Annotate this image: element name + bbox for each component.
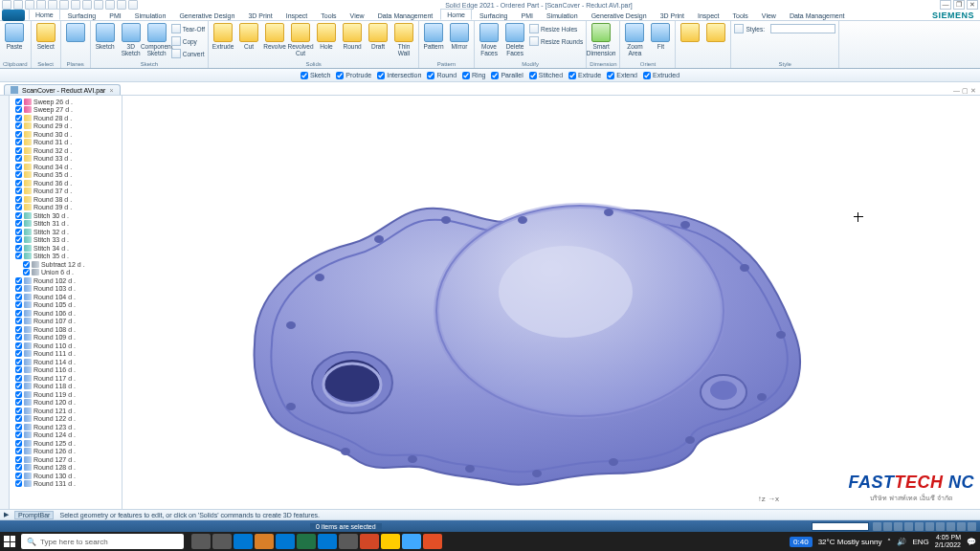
ribbon-tab[interactable]: 3D Print [655, 11, 690, 20]
taskbar-app[interactable] [191, 534, 211, 549]
tree-item[interactable]: Round 122 d . [10, 415, 122, 424]
tree-item-checkbox[interactable] [15, 131, 22, 138]
tree-item-checkbox[interactable] [15, 301, 22, 308]
tray-language[interactable]: ENG [912, 538, 928, 546]
ribbon-tab[interactable]: View [756, 11, 782, 20]
ribbon-tab[interactable]: Home [29, 9, 60, 20]
tree-item-checkbox[interactable] [15, 473, 22, 479]
tree-item[interactable]: Round 105 d . [10, 301, 122, 310]
tree-item[interactable]: Round 32 d . [10, 146, 122, 155]
ribbon-button[interactable] [64, 23, 87, 43]
ribbon-tab[interactable]: Tools [727, 11, 754, 20]
tree-item[interactable]: Subtract 12 d . [10, 260, 122, 269]
status-icon[interactable] [915, 522, 924, 531]
notification-center-icon[interactable]: 💬 [967, 538, 976, 546]
tree-item[interactable]: Round 29 d . [10, 122, 122, 131]
tree-item[interactable]: Round 121 d . [10, 407, 122, 415]
tree-item-checkbox[interactable] [15, 155, 22, 162]
ribbon-button[interactable]: Select [34, 23, 57, 50]
status-icon[interactable] [925, 522, 934, 531]
ribbon-button[interactable]: Delete Faces [503, 23, 526, 56]
status-icon[interactable] [904, 522, 913, 531]
tree-item-checkbox[interactable] [15, 122, 22, 129]
tree-item[interactable]: Round 30 d . [10, 130, 122, 139]
viewport[interactable]: ↑z →x FASTTECH NC บริษัท ฟาสท์เทค เอ็นซี… [122, 96, 980, 509]
ribbon-tab[interactable]: Inspect [692, 11, 725, 20]
taskbar-search[interactable]: 🔍 Type here to search [21, 534, 184, 549]
ribbon-tab[interactable]: Tools [315, 11, 342, 20]
ribbon-button[interactable]: Revolve [263, 23, 286, 56]
qat-btn[interactable] [94, 0, 103, 10]
ribbon-tab[interactable]: Generative Design [586, 11, 653, 20]
filter-option[interactable]: Sketch [301, 72, 330, 79]
qat-btn[interactable] [71, 0, 80, 10]
ribbon-small-button[interactable]: Resize Rounds [529, 35, 583, 47]
ribbon-button[interactable]: Mirror [448, 23, 471, 50]
ribbon-small-button[interactable]: Copy [171, 35, 205, 47]
ribbon-small-button[interactable]: Convert [171, 48, 205, 59]
tree-item[interactable]: Round 125 d . [10, 439, 122, 448]
tree-item[interactable]: Round 37 d . [10, 187, 122, 196]
taskbar-app[interactable] [212, 534, 232, 549]
tree-item-checkbox[interactable] [15, 139, 22, 145]
tree-item[interactable]: Stitch 30 d . [10, 211, 122, 220]
filter-checkbox[interactable] [462, 72, 470, 79]
ribbon-button[interactable]: Zoom Area [623, 23, 646, 56]
tree-item[interactable]: Round 34 d . [10, 163, 122, 171]
filter-option[interactable]: Protrude [336, 72, 371, 79]
tree-item[interactable]: Round 123 d . [10, 423, 122, 431]
tree-item[interactable]: Round 28 d . [10, 114, 122, 122]
tree-item-checkbox[interactable] [15, 350, 22, 357]
ribbon-tab[interactable]: View [345, 11, 370, 20]
taskbar-app[interactable] [318, 534, 337, 549]
styles-combo[interactable] [770, 24, 835, 33]
tree-item-checkbox[interactable] [15, 204, 22, 210]
feature-tree[interactable]: Sweep 26 d . Sweep 27 d . Round 28 d . R… [10, 96, 122, 509]
maximize-button[interactable]: ❐ [953, 0, 965, 10]
ribbon-button[interactable]: 3D Sketch [120, 23, 143, 59]
status-icon[interactable] [957, 522, 966, 531]
filter-checkbox[interactable] [336, 72, 344, 79]
tree-item-checkbox[interactable] [15, 334, 22, 341]
tree-item-checkbox[interactable] [15, 220, 22, 227]
tree-item[interactable]: Round 33 d . [10, 155, 122, 164]
tree-item[interactable]: Round 127 d . [10, 455, 122, 464]
filter-checkbox[interactable] [529, 72, 537, 79]
ribbon-tab[interactable]: Generative Design [173, 11, 240, 20]
tree-item[interactable]: Round 108 d . [10, 325, 122, 334]
view-axis-triad[interactable]: ↑z →x [758, 495, 779, 503]
tree-item-checkbox[interactable] [15, 440, 22, 447]
tree-item[interactable]: Round 38 d . [10, 195, 122, 204]
tree-item[interactable]: Round 131 d . [10, 480, 122, 489]
taskbar-app[interactable] [360, 534, 379, 549]
taskbar-app[interactable] [381, 534, 400, 549]
qat-btn[interactable] [105, 0, 115, 10]
status-icon[interactable] [883, 522, 892, 531]
tree-item[interactable]: Stitch 31 d . [10, 220, 122, 229]
ribbon-tab[interactable]: Home [440, 9, 472, 20]
tray-chevron-icon[interactable]: ˄ [887, 538, 891, 546]
filter-checkbox[interactable] [643, 72, 651, 79]
filter-checkbox[interactable] [491, 72, 499, 79]
ribbon-button[interactable]: Extrude [212, 23, 234, 56]
tree-item-checkbox[interactable] [15, 408, 22, 414]
tray-network-icon[interactable]: 🔊 [897, 538, 906, 546]
document-tab-close[interactable]: × [109, 87, 113, 94]
ribbon-tab[interactable]: 3D Print [242, 11, 278, 20]
ribbon-button[interactable]: Draft [367, 23, 390, 56]
tree-item-checkbox[interactable] [15, 383, 22, 389]
filter-option[interactable]: Intersection [377, 72, 421, 79]
ribbon-button[interactable]: Move Faces [478, 23, 501, 56]
tree-item[interactable]: Round 128 d . [10, 464, 122, 473]
tree-item-checkbox[interactable] [15, 229, 22, 235]
tree-item-checkbox[interactable] [15, 106, 22, 113]
filter-option[interactable]: Round [427, 72, 457, 79]
tree-item-checkbox[interactable] [15, 180, 22, 187]
tree-item-checkbox[interactable] [15, 366, 22, 373]
tree-item-checkbox[interactable] [15, 464, 22, 471]
qat-btn[interactable] [117, 0, 126, 10]
tree-item-checkbox[interactable] [15, 318, 22, 324]
tree-item-checkbox[interactable] [15, 187, 22, 194]
tree-item-checkbox[interactable] [15, 359, 22, 365]
taskbar-app[interactable] [339, 534, 358, 549]
